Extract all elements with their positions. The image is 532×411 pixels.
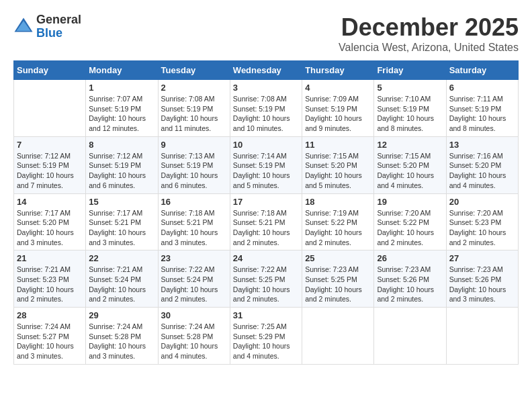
day-info: Sunrise: 7:13 AM Sunset: 5:19 PM Dayligh… xyxy=(161,151,227,191)
header-monday: Monday xyxy=(86,61,158,80)
day-number: 30 xyxy=(161,310,227,320)
calendar-cell: 20Sunrise: 7:20 AM Sunset: 5:23 PM Dayli… xyxy=(446,193,518,250)
header-friday: Friday xyxy=(374,61,446,80)
day-number: 7 xyxy=(17,140,83,150)
calendar-cell: 8Sunrise: 7:12 AM Sunset: 5:19 PM Daylig… xyxy=(86,136,158,193)
calendar-cell: 13Sunrise: 7:16 AM Sunset: 5:20 PM Dayli… xyxy=(446,136,518,193)
header-saturday: Saturday xyxy=(446,61,518,80)
calendar-cell: 16Sunrise: 7:18 AM Sunset: 5:21 PM Dayli… xyxy=(158,193,230,250)
day-number: 3 xyxy=(233,83,299,93)
calendar-cell: 24Sunrise: 7:22 AM Sunset: 5:25 PM Dayli… xyxy=(230,250,302,308)
day-number: 20 xyxy=(449,197,515,207)
day-number: 23 xyxy=(161,253,227,263)
day-number: 19 xyxy=(377,197,443,207)
day-number: 12 xyxy=(377,140,443,150)
day-number: 2 xyxy=(161,83,227,93)
header-wednesday: Wednesday xyxy=(230,61,302,80)
day-number: 11 xyxy=(305,140,371,150)
calendar-cell: 3Sunrise: 7:08 AM Sunset: 5:19 PM Daylig… xyxy=(230,80,302,137)
calendar-cell: 18Sunrise: 7:19 AM Sunset: 5:22 PM Dayli… xyxy=(302,193,374,250)
calendar-cell: 28Sunrise: 7:24 AM Sunset: 5:27 PM Dayli… xyxy=(14,308,86,365)
calendar-cell: 6Sunrise: 7:11 AM Sunset: 5:19 PM Daylig… xyxy=(446,80,518,137)
week-row-4: 21Sunrise: 7:21 AM Sunset: 5:23 PM Dayli… xyxy=(14,250,519,308)
day-number: 15 xyxy=(89,197,154,207)
day-info: Sunrise: 7:07 AM Sunset: 5:19 PM Dayligh… xyxy=(89,94,154,134)
calendar-cell xyxy=(14,80,86,137)
day-info: Sunrise: 7:17 AM Sunset: 5:21 PM Dayligh… xyxy=(89,208,154,248)
day-info: Sunrise: 7:24 AM Sunset: 5:28 PM Dayligh… xyxy=(161,322,227,361)
subtitle: Valencia West, Arizona, United States xyxy=(339,42,519,54)
day-info: Sunrise: 7:19 AM Sunset: 5:22 PM Dayligh… xyxy=(305,208,371,248)
day-info: Sunrise: 7:12 AM Sunset: 5:19 PM Dayligh… xyxy=(89,151,154,191)
day-number: 21 xyxy=(17,253,83,263)
header-thursday: Thursday xyxy=(302,61,374,80)
day-info: Sunrise: 7:24 AM Sunset: 5:28 PM Dayligh… xyxy=(89,322,154,361)
day-number: 4 xyxy=(305,83,371,93)
day-info: Sunrise: 7:18 AM Sunset: 5:21 PM Dayligh… xyxy=(161,208,227,248)
calendar-cell: 5Sunrise: 7:10 AM Sunset: 5:19 PM Daylig… xyxy=(374,80,446,137)
calendar-cell: 11Sunrise: 7:15 AM Sunset: 5:20 PM Dayli… xyxy=(302,136,374,193)
logo: General Blue xyxy=(13,13,81,40)
logo-icon xyxy=(13,17,34,37)
day-number: 24 xyxy=(233,253,299,263)
day-number: 27 xyxy=(449,253,515,263)
day-number: 9 xyxy=(161,140,227,150)
day-number: 31 xyxy=(233,310,299,320)
header: General Blue December 2025 Valencia West… xyxy=(13,13,519,54)
day-number: 14 xyxy=(17,197,83,207)
week-row-5: 28Sunrise: 7:24 AM Sunset: 5:27 PM Dayli… xyxy=(14,308,519,365)
calendar-cell: 27Sunrise: 7:23 AM Sunset: 5:26 PM Dayli… xyxy=(446,250,518,308)
calendar-cell: 1Sunrise: 7:07 AM Sunset: 5:19 PM Daylig… xyxy=(86,80,158,137)
day-info: Sunrise: 7:21 AM Sunset: 5:23 PM Dayligh… xyxy=(17,265,83,304)
day-info: Sunrise: 7:25 AM Sunset: 5:29 PM Dayligh… xyxy=(233,322,299,361)
calendar-cell: 29Sunrise: 7:24 AM Sunset: 5:28 PM Dayli… xyxy=(86,308,158,365)
calendar-cell: 10Sunrise: 7:14 AM Sunset: 5:19 PM Dayli… xyxy=(230,136,302,193)
day-info: Sunrise: 7:15 AM Sunset: 5:20 PM Dayligh… xyxy=(377,151,443,191)
calendar-cell: 12Sunrise: 7:15 AM Sunset: 5:20 PM Dayli… xyxy=(374,136,446,193)
day-number: 22 xyxy=(89,253,154,263)
day-info: Sunrise: 7:21 AM Sunset: 5:24 PM Dayligh… xyxy=(89,265,154,304)
day-info: Sunrise: 7:09 AM Sunset: 5:19 PM Dayligh… xyxy=(305,94,371,134)
day-info: Sunrise: 7:23 AM Sunset: 5:26 PM Dayligh… xyxy=(449,265,515,304)
day-info: Sunrise: 7:20 AM Sunset: 5:23 PM Dayligh… xyxy=(449,208,515,248)
day-number: 25 xyxy=(305,253,371,263)
calendar-cell: 30Sunrise: 7:24 AM Sunset: 5:28 PM Dayli… xyxy=(158,308,230,365)
calendar-cell: 17Sunrise: 7:18 AM Sunset: 5:21 PM Dayli… xyxy=(230,193,302,250)
calendar-cell: 21Sunrise: 7:21 AM Sunset: 5:23 PM Dayli… xyxy=(14,250,86,308)
calendar-cell: 25Sunrise: 7:23 AM Sunset: 5:25 PM Dayli… xyxy=(302,250,374,308)
calendar-cell xyxy=(302,308,374,365)
day-number: 6 xyxy=(449,83,515,93)
calendar-cell: 31Sunrise: 7:25 AM Sunset: 5:29 PM Dayli… xyxy=(230,308,302,365)
calendar-cell: 22Sunrise: 7:21 AM Sunset: 5:24 PM Dayli… xyxy=(86,250,158,308)
day-info: Sunrise: 7:15 AM Sunset: 5:20 PM Dayligh… xyxy=(305,151,371,191)
day-number: 26 xyxy=(377,253,443,263)
week-row-1: 1Sunrise: 7:07 AM Sunset: 5:19 PM Daylig… xyxy=(14,80,519,137)
day-info: Sunrise: 7:08 AM Sunset: 5:19 PM Dayligh… xyxy=(233,94,299,134)
calendar-cell: 4Sunrise: 7:09 AM Sunset: 5:19 PM Daylig… xyxy=(302,80,374,137)
day-number: 18 xyxy=(305,197,371,207)
main-title: December 2025 xyxy=(339,13,519,42)
day-info: Sunrise: 7:24 AM Sunset: 5:27 PM Dayligh… xyxy=(17,322,83,361)
day-info: Sunrise: 7:22 AM Sunset: 5:25 PM Dayligh… xyxy=(233,265,299,304)
calendar-table: SundayMondayTuesdayWednesdayThursdayFrid… xyxy=(13,60,519,365)
calendar-cell: 9Sunrise: 7:13 AM Sunset: 5:19 PM Daylig… xyxy=(158,136,230,193)
day-info: Sunrise: 7:17 AM Sunset: 5:20 PM Dayligh… xyxy=(17,208,83,248)
header-tuesday: Tuesday xyxy=(158,61,230,80)
day-info: Sunrise: 7:08 AM Sunset: 5:19 PM Dayligh… xyxy=(161,94,227,134)
header-sunday: Sunday xyxy=(14,61,86,80)
calendar-cell: 15Sunrise: 7:17 AM Sunset: 5:21 PM Dayli… xyxy=(86,193,158,250)
day-info: Sunrise: 7:20 AM Sunset: 5:22 PM Dayligh… xyxy=(377,208,443,248)
day-info: Sunrise: 7:18 AM Sunset: 5:21 PM Dayligh… xyxy=(233,208,299,248)
calendar-cell: 23Sunrise: 7:22 AM Sunset: 5:24 PM Dayli… xyxy=(158,250,230,308)
day-info: Sunrise: 7:23 AM Sunset: 5:25 PM Dayligh… xyxy=(305,265,371,304)
week-row-2: 7Sunrise: 7:12 AM Sunset: 5:19 PM Daylig… xyxy=(14,136,519,193)
day-number: 28 xyxy=(17,310,83,320)
calendar-cell: 14Sunrise: 7:17 AM Sunset: 5:20 PM Dayli… xyxy=(14,193,86,250)
day-number: 17 xyxy=(233,197,299,207)
day-number: 10 xyxy=(233,140,299,150)
day-number: 8 xyxy=(89,140,154,150)
calendar-cell xyxy=(374,308,446,365)
day-number: 29 xyxy=(89,310,154,320)
day-info: Sunrise: 7:22 AM Sunset: 5:24 PM Dayligh… xyxy=(161,265,227,304)
day-number: 1 xyxy=(89,83,154,93)
